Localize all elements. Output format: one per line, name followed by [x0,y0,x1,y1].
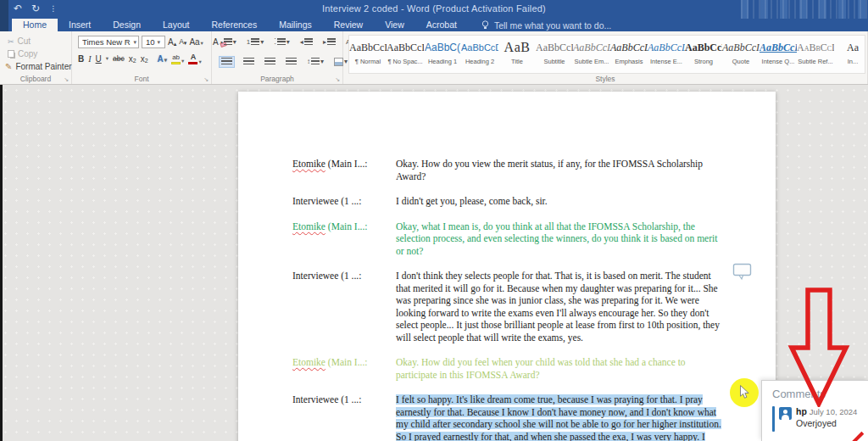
tell-me-box[interactable]: Tell me what you want to do... [481,19,611,31]
style-emphasis[interactable]: AaBbCcDEmphasis [610,36,648,73]
style-strong[interactable]: AaBbCcDStrong [685,36,722,73]
format-painter-button[interactable]: ✎ Format Painter [5,62,72,71]
paragraph-dialog-launcher[interactable]: ↘ [335,76,340,83]
style-heading1[interactable]: AaBbC(Heading 1 [424,36,461,73]
strikethrough-button[interactable]: abc [113,55,125,63]
line-spacing-button[interactable]: ↕▾ [305,57,326,67]
underline-icon: U [96,55,102,64]
clipboard-group: ✂ Cut Copy ✎ Format Painter Clipboard ↘ [0,31,72,84]
paragraph-text: Okay. How did you feel when your child w… [396,356,726,381]
speaker-name: Interviewee [292,271,338,281]
bullets-button[interactable]: •▾ [219,37,238,47]
text-effects-button[interactable]: A▾ [158,55,168,64]
paragraph-text: I don't think they selects people for th… [396,270,726,343]
style-normal[interactable]: AaBbCcI¶ Normal [349,36,387,73]
paragraph-4[interactable]: Interviewee (1 ...: I don't think they s… [292,270,726,343]
comment-item[interactable]: hpJuly 10, 2024 Overjoyed [772,406,861,432]
increase-indent-button[interactable]: ▸ [321,37,337,47]
document-page[interactable]: Etomike (Main I...: Okay. How do you vie… [238,92,776,441]
redo-icon[interactable]: ↻ [31,3,40,14]
format-painter-label: Format Painter [15,62,71,71]
paragraph-group: •▾ 1▾ ⁚▾ ◂ ▸ A↓ ¶ ↕▾ ▾ ⊞▾ Paragraph ↘ [212,31,343,84]
undo-icon[interactable]: ↶ [14,3,22,14]
document-content: Etomike (Main I...: Okay. How do you vie… [292,158,726,441]
highlight-color-button[interactable]: ab ▾ [171,54,184,64]
speaker-name: Interviewee [292,394,338,405]
font-name-select[interactable]: Times New Ro ▾ [78,36,139,48]
comment-bubble-icon[interactable] [732,263,753,281]
customize-qat-icon[interactable]: ⋮ [49,4,57,13]
style-subtle-reference[interactable]: AaBbCcDSubtle Ref... [797,36,834,73]
tab-review[interactable]: Review [323,19,374,31]
shading-icon [334,58,343,66]
style-intense-reference[interactable]: AaIn... [834,36,865,73]
decrease-indent-button[interactable]: ◂ [298,37,314,47]
paragraph-text: Okay, what I mean is, do you think at al… [396,220,726,258]
superscript-button[interactable]: x2 [141,55,148,64]
paragraph-text: Okay. How do you view the merit status, … [396,158,726,182]
subscript-button[interactable]: x2 [129,55,136,64]
grow-font-button[interactable]: A▴ [168,38,176,47]
list-lines-icon [224,38,232,47]
paragraph-1[interactable]: Etomike (Main I...: Okay. How do you vie… [292,158,726,182]
font-size-select[interactable]: 10 ▾ [142,36,165,48]
tab-references[interactable]: References [201,19,269,31]
tab-layout[interactable]: Layout [152,19,201,31]
italic-button[interactable]: I [88,55,91,64]
style-intense-quote[interactable]: AaBbCcIIntense Q... [760,36,797,73]
font-dialog-launcher[interactable]: ↘ [203,76,209,83]
copy-button[interactable]: Copy [8,49,37,59]
style-intense-emphasis[interactable]: AaBbCcDIntense E... [648,36,685,73]
align-center-button[interactable] [242,57,256,67]
font-color-button[interactable]: A ▾ [188,53,201,64]
chevron-down-icon: ▾ [181,59,184,64]
paragraph-2[interactable]: Interviewee (1 ...: I didn't get you, pl… [292,195,726,208]
paragraph-6-selected[interactable]: Interviewee (1 ...: I felt so happy. It'… [292,394,726,441]
tab-view[interactable]: View [374,19,415,31]
multilevel-list-button[interactable]: ⁚▾ [272,37,292,47]
style-title[interactable]: AaBTitle [498,36,536,73]
cut-button[interactable]: ✂ Cut [8,36,31,46]
tab-insert[interactable]: Insert [58,19,102,31]
style-heading2[interactable]: AaBbCcDHeading 2 [461,36,498,73]
align-right-icon [264,58,275,66]
align-right-button[interactable] [263,57,277,67]
clipboard-dialog-launcher[interactable]: ↘ [64,76,69,83]
underline-button[interactable]: U [96,55,102,64]
style-quote[interactable]: AaBbCcIQuote [722,36,760,73]
shrink-font-button[interactable]: A▾ [179,38,186,46]
bullet-icon: • [220,38,223,46]
tab-mailings[interactable]: Mailings [268,19,323,31]
tab-acrobat[interactable]: Acrobat [415,19,468,31]
speaker-suffix: (1 ...: [338,271,361,281]
font-group-label: Font [72,75,211,83]
quick-access-toolbar: ↶ ↻ ⋮ [14,3,57,14]
paragraph-group-label: Paragraph [212,75,342,83]
speaker-suffix: (Main I...: [326,221,368,232]
underline-dropdown[interactable]: ▾ [106,56,108,62]
style-subtle-emphasis[interactable]: AaBbCcDSubtle Em... [573,36,610,73]
style-subtitle[interactable]: AaBbCcDSubtitle [536,36,573,73]
tell-me-label: Tell me what you want to do... [494,20,611,31]
align-left-button[interactable] [219,56,235,68]
style-no-spacing[interactable]: AaBbCcI¶ No Spac... [387,36,424,73]
paragraph-3-coded-green[interactable]: Etomike (Main I...: Okay, what I mean is… [292,220,726,258]
outdent-icon: ◂ [300,38,303,46]
list-lines-icon [304,38,313,47]
paragraph-5-coded-light-green[interactable]: Etomike (Main I...: Okay. How did you fe… [292,356,726,381]
speaker-suffix: (Main I...: [326,159,368,169]
numbering-button[interactable]: 1▾ [245,37,265,47]
bold-button[interactable]: B [78,55,84,64]
copy-label: Copy [18,49,37,59]
tab-design[interactable]: Design [102,19,152,31]
styles-gallery: AaBbCcI¶ Normal AaBbCcI¶ No Spac... AaBb… [348,35,865,74]
chevron-down-icon: ▾ [158,39,161,46]
styles-group: AaBbCcI¶ Normal AaBbCcI¶ No Spac... AaBb… [343,31,868,84]
grow-font-icon: A [168,38,174,47]
ribbon: ✂ Cut Copy ✎ Format Painter Clipboard ↘ … [0,31,868,85]
justify-button[interactable] [284,57,298,67]
chevron-down-icon: ▾ [233,38,236,46]
align-center-icon [243,58,254,66]
tab-home[interactable]: Home [12,19,58,31]
change-case-button[interactable]: Aa▾ [189,38,203,47]
